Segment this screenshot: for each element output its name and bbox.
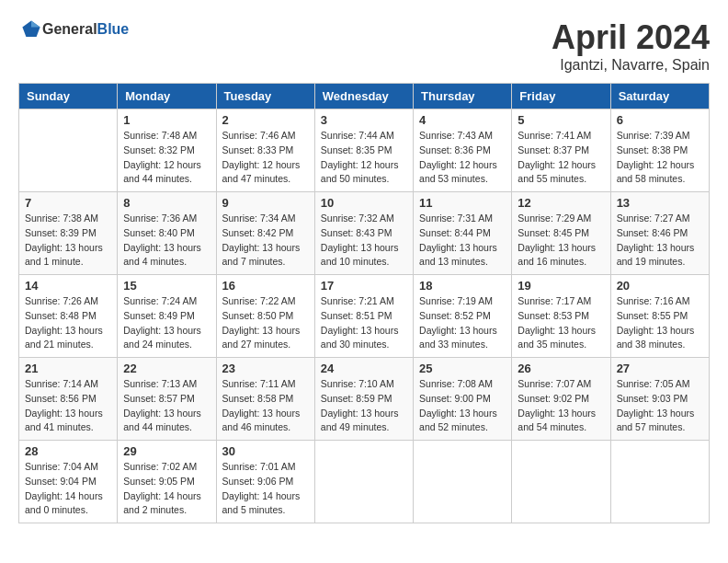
calendar-cell: 12Sunrise: 7:29 AMSunset: 8:45 PMDayligh… xyxy=(512,192,610,275)
calendar-cell: 7Sunrise: 7:38 AMSunset: 8:39 PMDaylight… xyxy=(19,192,118,275)
day-info: Sunrise: 7:48 AMSunset: 8:32 PMDaylight:… xyxy=(123,129,210,187)
calendar-cell: 9Sunrise: 7:34 AMSunset: 8:42 PMDaylight… xyxy=(216,192,314,275)
day-number: 13 xyxy=(617,196,703,210)
week-row-3: 14Sunrise: 7:26 AMSunset: 8:48 PMDayligh… xyxy=(19,275,710,358)
day-info: Sunrise: 7:01 AMSunset: 9:06 PMDaylight:… xyxy=(222,460,309,518)
calendar-cell: 28Sunrise: 7:04 AMSunset: 9:04 PMDayligh… xyxy=(19,441,118,523)
logo-blue: Blue xyxy=(97,21,130,37)
calendar-cell: 22Sunrise: 7:13 AMSunset: 8:57 PMDayligh… xyxy=(118,358,216,441)
day-number: 10 xyxy=(321,196,407,210)
weekday-header-sunday: Sunday xyxy=(19,84,118,109)
day-number: 18 xyxy=(419,279,506,293)
day-info: Sunrise: 7:32 AMSunset: 8:43 PMDaylight:… xyxy=(321,212,407,270)
weekday-header-monday: Monday xyxy=(118,84,216,109)
calendar-cell: 30Sunrise: 7:01 AMSunset: 9:06 PMDayligh… xyxy=(216,441,314,523)
calendar-cell xyxy=(512,441,610,523)
calendar-cell: 6Sunrise: 7:39 AMSunset: 8:38 PMDaylight… xyxy=(610,109,709,192)
calendar-cell: 21Sunrise: 7:14 AMSunset: 8:56 PMDayligh… xyxy=(19,358,118,441)
day-number: 4 xyxy=(419,113,506,127)
calendar-cell xyxy=(610,441,709,523)
calendar-cell xyxy=(19,109,118,192)
calendar-cell: 15Sunrise: 7:24 AMSunset: 8:49 PMDayligh… xyxy=(118,275,216,358)
weekday-header-friday: Friday xyxy=(512,84,610,109)
week-row-4: 21Sunrise: 7:14 AMSunset: 8:56 PMDayligh… xyxy=(19,358,710,441)
week-row-1: 1Sunrise: 7:48 AMSunset: 8:32 PMDaylight… xyxy=(19,109,710,192)
weekday-header-tuesday: Tuesday xyxy=(216,84,314,109)
day-number: 20 xyxy=(617,279,703,293)
title-area: April 2024 Igantzi, Navarre, Spain xyxy=(552,18,710,74)
day-number: 8 xyxy=(123,196,210,210)
day-info: Sunrise: 7:10 AMSunset: 8:59 PMDaylight:… xyxy=(321,377,407,435)
day-number: 1 xyxy=(123,113,210,127)
day-info: Sunrise: 7:24 AMSunset: 8:49 PMDaylight:… xyxy=(123,294,210,352)
day-number: 7 xyxy=(25,196,111,210)
calendar-cell: 23Sunrise: 7:11 AMSunset: 8:58 PMDayligh… xyxy=(216,358,314,441)
calendar-cell: 19Sunrise: 7:17 AMSunset: 8:53 PMDayligh… xyxy=(512,275,610,358)
day-number: 17 xyxy=(321,279,407,293)
day-info: Sunrise: 7:02 AMSunset: 9:05 PMDaylight:… xyxy=(123,460,210,518)
logo: GeneralBlue xyxy=(18,18,129,40)
day-number: 5 xyxy=(518,113,604,127)
day-info: Sunrise: 7:31 AMSunset: 8:44 PMDaylight:… xyxy=(419,212,506,270)
calendar-cell: 20Sunrise: 7:16 AMSunset: 8:55 PMDayligh… xyxy=(610,275,709,358)
day-info: Sunrise: 7:46 AMSunset: 8:33 PMDaylight:… xyxy=(222,129,309,187)
calendar-cell: 2Sunrise: 7:46 AMSunset: 8:33 PMDaylight… xyxy=(216,109,314,192)
day-number: 12 xyxy=(518,196,604,210)
calendar-cell: 24Sunrise: 7:10 AMSunset: 8:59 PMDayligh… xyxy=(314,358,413,441)
day-info: Sunrise: 7:08 AMSunset: 9:00 PMDaylight:… xyxy=(419,377,506,435)
day-info: Sunrise: 7:17 AMSunset: 8:53 PMDaylight:… xyxy=(518,294,604,352)
week-row-5: 28Sunrise: 7:04 AMSunset: 9:04 PMDayligh… xyxy=(19,441,710,523)
day-number: 2 xyxy=(222,113,309,127)
calendar-table: SundayMondayTuesdayWednesdayThursdayFrid… xyxy=(18,83,710,523)
day-number: 29 xyxy=(123,444,210,458)
day-info: Sunrise: 7:44 AMSunset: 8:35 PMDaylight:… xyxy=(321,129,407,187)
day-number: 6 xyxy=(617,113,703,127)
calendar-cell: 27Sunrise: 7:05 AMSunset: 9:03 PMDayligh… xyxy=(610,358,709,441)
weekday-header-row: SundayMondayTuesdayWednesdayThursdayFrid… xyxy=(19,84,710,109)
calendar-cell: 25Sunrise: 7:08 AMSunset: 9:00 PMDayligh… xyxy=(414,358,512,441)
calendar-cell: 10Sunrise: 7:32 AMSunset: 8:43 PMDayligh… xyxy=(314,192,413,275)
day-number: 27 xyxy=(617,362,703,375)
weekday-header-thursday: Thursday xyxy=(414,84,512,109)
day-number: 23 xyxy=(222,362,309,375)
month-title: April 2024 xyxy=(552,18,710,57)
calendar-cell: 8Sunrise: 7:36 AMSunset: 8:40 PMDaylight… xyxy=(118,192,216,275)
calendar-cell xyxy=(414,441,512,523)
location-title: Igantzi, Navarre, Spain xyxy=(552,57,710,74)
calendar-cell: 11Sunrise: 7:31 AMSunset: 8:44 PMDayligh… xyxy=(414,192,512,275)
day-number: 15 xyxy=(123,279,210,293)
day-info: Sunrise: 7:39 AMSunset: 8:38 PMDaylight:… xyxy=(617,129,703,187)
svg-marker-1 xyxy=(31,20,40,27)
day-info: Sunrise: 7:21 AMSunset: 8:51 PMDaylight:… xyxy=(321,294,407,352)
day-info: Sunrise: 7:14 AMSunset: 8:56 PMDaylight:… xyxy=(25,377,111,435)
day-number: 25 xyxy=(419,362,506,375)
calendar-cell: 4Sunrise: 7:43 AMSunset: 8:36 PMDaylight… xyxy=(414,109,512,192)
day-info: Sunrise: 7:05 AMSunset: 9:03 PMDaylight:… xyxy=(617,377,703,435)
weekday-header-wednesday: Wednesday xyxy=(314,84,413,109)
day-number: 3 xyxy=(321,113,407,127)
day-number: 28 xyxy=(25,444,111,458)
day-info: Sunrise: 7:29 AMSunset: 8:45 PMDaylight:… xyxy=(518,212,604,270)
day-info: Sunrise: 7:38 AMSunset: 8:39 PMDaylight:… xyxy=(25,212,111,270)
day-info: Sunrise: 7:04 AMSunset: 9:04 PMDaylight:… xyxy=(25,460,111,518)
day-info: Sunrise: 7:11 AMSunset: 8:58 PMDaylight:… xyxy=(222,377,309,435)
calendar-cell: 17Sunrise: 7:21 AMSunset: 8:51 PMDayligh… xyxy=(314,275,413,358)
day-info: Sunrise: 7:16 AMSunset: 8:55 PMDaylight:… xyxy=(617,294,703,352)
calendar-cell: 29Sunrise: 7:02 AMSunset: 9:05 PMDayligh… xyxy=(118,441,216,523)
day-number: 30 xyxy=(222,444,309,458)
day-info: Sunrise: 7:13 AMSunset: 8:57 PMDaylight:… xyxy=(123,377,210,435)
day-number: 16 xyxy=(222,279,309,293)
calendar-cell: 13Sunrise: 7:27 AMSunset: 8:46 PMDayligh… xyxy=(610,192,709,275)
day-info: Sunrise: 7:07 AMSunset: 9:02 PMDaylight:… xyxy=(518,377,604,435)
logo-general: General xyxy=(42,21,97,37)
calendar-cell xyxy=(314,441,413,523)
day-number: 14 xyxy=(25,279,111,293)
calendar-cell: 5Sunrise: 7:41 AMSunset: 8:37 PMDaylight… xyxy=(512,109,610,192)
calendar-body: 1Sunrise: 7:48 AMSunset: 8:32 PMDaylight… xyxy=(19,109,710,523)
calendar-cell: 3Sunrise: 7:44 AMSunset: 8:35 PMDaylight… xyxy=(314,109,413,192)
day-info: Sunrise: 7:26 AMSunset: 8:48 PMDaylight:… xyxy=(25,294,111,352)
day-number: 26 xyxy=(518,362,604,375)
day-number: 11 xyxy=(419,196,506,210)
day-info: Sunrise: 7:22 AMSunset: 8:50 PMDaylight:… xyxy=(222,294,309,352)
calendar-cell: 26Sunrise: 7:07 AMSunset: 9:02 PMDayligh… xyxy=(512,358,610,441)
